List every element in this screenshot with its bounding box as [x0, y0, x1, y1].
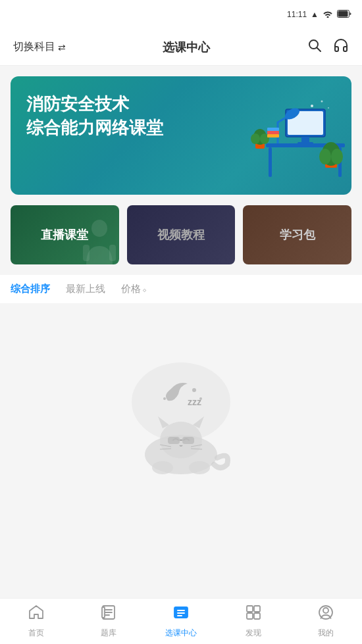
- time-display: 11:11: [287, 10, 307, 19]
- nav-question-bank[interactable]: 题库: [72, 604, 145, 639]
- sleeping-cat-illustration: zzz: [115, 343, 247, 474]
- svg-text:zzz: zzz: [188, 397, 201, 407]
- svg-point-47: [152, 461, 173, 474]
- nav-course-center-label: 选课中心: [165, 628, 197, 639]
- course-center-icon: [172, 604, 190, 625]
- svg-rect-40: [168, 437, 180, 444]
- header: 切换科目 ⇄ 选课中心: [0, 29, 362, 66]
- home-icon: [28, 604, 45, 625]
- empty-state: zzz: [11, 303, 351, 514]
- banner-line2: 综合能力网络课堂: [26, 116, 336, 139]
- learning-package-card[interactable]: 学习包: [243, 205, 351, 264]
- live-course-card[interactable]: 直播课堂: [11, 205, 119, 264]
- nav-mine[interactable]: 我的: [290, 604, 362, 639]
- price-sort-icon: ⬦: [142, 285, 147, 294]
- main-content: 消防安全技术 综合能力网络课堂: [0, 66, 362, 598]
- nav-home-label: 首页: [28, 628, 44, 639]
- switch-subject-button[interactable]: 切换科目 ⇄: [13, 40, 66, 54]
- video-course-label: 视频教程: [157, 227, 205, 243]
- svg-rect-30: [109, 245, 116, 261]
- video-course-card[interactable]: 视频教程: [127, 205, 236, 264]
- svg-rect-29: [83, 245, 90, 261]
- svg-rect-1: [338, 11, 348, 16]
- svg-point-21: [331, 149, 343, 164]
- svg-rect-58: [247, 606, 253, 612]
- bottom-nav: 首页 题库 选课中心: [0, 598, 362, 644]
- status-icons: 11:11 ▲: [287, 10, 351, 20]
- svg-rect-12: [269, 147, 272, 177]
- svg-point-20: [319, 149, 331, 164]
- svg-rect-60: [247, 613, 253, 619]
- svg-point-28: [91, 220, 107, 237]
- svg-rect-53: [102, 607, 105, 618]
- nav-discover-label: 发现: [246, 628, 261, 639]
- search-icon[interactable]: [307, 37, 323, 57]
- filter-price-label: 价格: [121, 283, 141, 295]
- svg-rect-41: [182, 437, 194, 444]
- mine-icon: [317, 604, 334, 625]
- nav-course-center[interactable]: 选课中心: [145, 604, 217, 639]
- svg-point-63: [323, 608, 328, 613]
- header-actions: [307, 37, 349, 57]
- discover-icon: [245, 604, 262, 625]
- page-title: 选课中心: [163, 39, 210, 55]
- live-course-label: 直播课堂: [41, 227, 88, 243]
- nav-question-bank-label: 题库: [101, 628, 116, 639]
- svg-point-34: [163, 397, 166, 400]
- signal-icon: ▲: [311, 10, 319, 19]
- filter-newest[interactable]: 最新上线: [66, 283, 105, 295]
- switch-subject-label: 切换科目: [13, 40, 55, 54]
- battery-icon: [337, 10, 351, 20]
- nav-discover[interactable]: 发现: [217, 604, 290, 639]
- filter-row: 综合排序 最新上线 价格 ⬦: [0, 275, 362, 303]
- headphone-icon[interactable]: [333, 37, 349, 57]
- status-bar: 11:11 ▲: [0, 0, 362, 29]
- svg-line-3: [317, 47, 321, 51]
- wifi-icon: [323, 10, 333, 20]
- filter-price[interactable]: 价格 ⬦: [121, 283, 147, 295]
- banner-text: 消防安全技术 综合能力网络课堂: [26, 92, 336, 140]
- filter-comprehensive[interactable]: 综合排序: [11, 283, 50, 295]
- svg-rect-59: [254, 606, 260, 612]
- nav-mine-label: 我的: [318, 628, 334, 639]
- nav-home[interactable]: 首页: [0, 604, 72, 639]
- banner-line1: 消防安全技术: [26, 92, 336, 116]
- question-bank-icon: [100, 604, 117, 625]
- svg-rect-61: [254, 613, 260, 619]
- banner[interactable]: 消防安全技术 综合能力网络课堂: [11, 76, 351, 195]
- svg-point-32: [192, 388, 196, 392]
- svg-point-48: [189, 461, 210, 474]
- learning-package-label: 学习包: [280, 227, 315, 243]
- switch-icon: ⇄: [58, 42, 66, 53]
- category-row: 直播课堂 视频教程 学习包: [11, 205, 351, 264]
